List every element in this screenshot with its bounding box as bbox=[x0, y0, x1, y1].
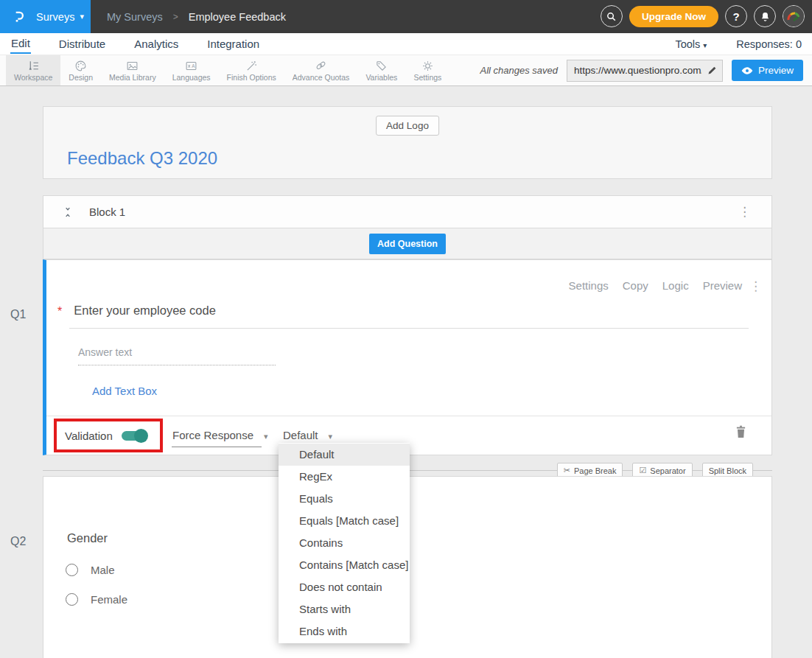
menu-item-does-not-contain[interactable]: Does not contain bbox=[279, 576, 410, 598]
question-text[interactable]: Enter your employee code bbox=[74, 304, 216, 318]
palette-icon bbox=[74, 60, 88, 72]
menu-item-equals[interactable]: Equals bbox=[279, 488, 410, 510]
trash-icon[interactable] bbox=[735, 425, 746, 438]
edit-pencil-icon[interactable] bbox=[707, 65, 718, 76]
question-preview-link[interactable]: Preview bbox=[703, 279, 742, 292]
validation-toggle[interactable] bbox=[122, 431, 146, 441]
collapse-block-icon[interactable] bbox=[63, 206, 73, 219]
menu-item-default[interactable]: Default bbox=[279, 444, 410, 466]
survey-editor-page: Surveys ▾ My Surveys > Employee Feedback… bbox=[0, 0, 812, 658]
question-underline bbox=[69, 328, 749, 329]
chevron-down-icon: ▾ bbox=[703, 41, 707, 49]
tab-bar-right: Tools ▾ Responses: 0 bbox=[675, 38, 802, 50]
chain-links-icon bbox=[314, 60, 328, 72]
tag-icon bbox=[374, 60, 388, 72]
avatar[interactable] bbox=[783, 5, 805, 27]
toggle-knob bbox=[134, 429, 148, 443]
image-icon bbox=[125, 60, 139, 72]
toolbar-item-variables[interactable]: Variables bbox=[357, 55, 405, 85]
preview-button[interactable]: Preview bbox=[732, 60, 803, 81]
validation-divider bbox=[46, 416, 771, 416]
save-status: All changes saved bbox=[480, 65, 558, 76]
question-text-row: * Enter your employee code bbox=[57, 304, 216, 318]
question-1-id-label: Q1 bbox=[10, 308, 26, 321]
workspace-icon bbox=[27, 60, 41, 72]
avatar-image bbox=[783, 6, 804, 27]
help-button[interactable]: ? bbox=[725, 5, 747, 27]
menu-item-contains-match-case[interactable]: Contains [Match case] bbox=[279, 554, 410, 576]
tab-integration[interactable]: Integration bbox=[206, 35, 260, 53]
gear-icon bbox=[421, 60, 435, 72]
question-2-id-label: Q2 bbox=[10, 535, 26, 548]
block-title[interactable]: Block 1 bbox=[89, 206, 125, 218]
toolbar-item-finish-options[interactable]: Finish Options bbox=[219, 55, 284, 85]
scissors-icon: ✂ bbox=[564, 466, 570, 475]
radio-option-male[interactable]: Male bbox=[66, 564, 115, 576]
magic-wand-icon bbox=[245, 60, 259, 72]
chevron-down-icon: ▾ bbox=[264, 432, 268, 441]
radio-icon bbox=[66, 593, 78, 606]
add-text-box-link[interactable]: Add Text Box bbox=[92, 385, 157, 397]
add-question-row: Add Question bbox=[43, 228, 772, 259]
question-settings-link[interactable]: Settings bbox=[569, 279, 609, 292]
svg-text:A: A bbox=[192, 63, 195, 69]
checkbox-icon: ☑ bbox=[639, 466, 646, 475]
responses-count[interactable]: Responses: 0 bbox=[736, 38, 802, 50]
breadcrumb: My Surveys > Employee Feedback bbox=[107, 0, 286, 33]
tab-analytics[interactable]: Analytics bbox=[133, 35, 179, 53]
chevron-down-icon: ▾ bbox=[80, 12, 84, 21]
menu-item-starts-with[interactable]: Starts with bbox=[279, 598, 410, 620]
upgrade-now-button[interactable]: Upgrade Now bbox=[629, 6, 718, 27]
tools-dropdown[interactable]: Tools ▾ bbox=[675, 38, 707, 50]
bell-icon bbox=[760, 11, 771, 22]
product-menu-label: Surveys bbox=[36, 11, 74, 23]
survey-url-wrap bbox=[567, 60, 723, 82]
question-text[interactable]: Gender bbox=[67, 531, 108, 545]
question-copy-link[interactable]: Copy bbox=[623, 279, 648, 292]
toolbar-right: All changes saved Preview bbox=[480, 55, 812, 85]
notifications-button[interactable] bbox=[754, 5, 776, 27]
question-kebab-menu-icon[interactable]: ⋮ bbox=[749, 279, 762, 294]
menu-item-ends-with[interactable]: Ends with bbox=[279, 620, 410, 643]
force-response-dropdown[interactable]: Force Response▾ bbox=[172, 429, 262, 447]
question-mark-icon: ? bbox=[732, 10, 739, 23]
breadcrumb-separator-icon: > bbox=[173, 12, 178, 22]
tab-edit[interactable]: Edit bbox=[10, 35, 31, 54]
search-button[interactable] bbox=[601, 5, 623, 27]
translate-icon: A bbox=[184, 60, 198, 72]
block-kebab-menu-icon[interactable]: ⋮ bbox=[738, 206, 751, 218]
survey-title[interactable]: Feedback Q3 2020 bbox=[67, 148, 217, 169]
top-header: Surveys ▾ My Surveys > Employee Feedback… bbox=[0, 0, 812, 33]
toolbar-item-workspace[interactable]: Workspace bbox=[6, 55, 60, 85]
questionpro-logo-icon bbox=[12, 9, 27, 25]
main-tab-bar: Edit Distribute Analytics Integration To… bbox=[0, 33, 812, 55]
tab-distribute[interactable]: Distribute bbox=[58, 35, 106, 53]
block-header: Block 1 ⋮ bbox=[43, 195, 772, 228]
menu-item-contains[interactable]: Contains bbox=[279, 532, 410, 554]
product-menu[interactable]: Surveys ▾ bbox=[0, 0, 91, 33]
question-logic-link[interactable]: Logic bbox=[662, 279, 689, 292]
add-question-button[interactable]: Add Question bbox=[369, 234, 446, 254]
toolbar-item-settings[interactable]: Settings bbox=[405, 55, 449, 85]
breadcrumb-parent[interactable]: My Surveys bbox=[107, 11, 163, 23]
validation-type-menu: Default RegEx Equals Equals [Match case]… bbox=[279, 443, 410, 643]
radio-option-female[interactable]: Female bbox=[66, 593, 127, 606]
question-1-card: Settings Copy Logic Preview ⋮ * Enter yo… bbox=[43, 259, 772, 455]
eye-icon bbox=[741, 66, 753, 75]
toolbar-item-design[interactable]: Design bbox=[60, 55, 101, 85]
editor-toolbar: Workspace Design Media Library A Languag… bbox=[0, 55, 812, 86]
header-actions: Upgrade Now ? bbox=[601, 5, 805, 27]
add-logo-button[interactable]: Add Logo bbox=[376, 116, 439, 136]
toolbar-item-advance-quotas[interactable]: Advance Quotas bbox=[284, 55, 358, 85]
menu-item-regex[interactable]: RegEx bbox=[279, 466, 410, 488]
survey-header-card: Add Logo Feedback Q3 2020 bbox=[43, 106, 772, 179]
breadcrumb-current: Employee Feedback bbox=[189, 11, 286, 23]
survey-url-input[interactable] bbox=[567, 60, 723, 82]
menu-item-equals-match-case[interactable]: Equals [Match case] bbox=[279, 510, 410, 532]
answer-text-field[interactable]: Answer text bbox=[78, 346, 276, 365]
required-asterisk: * bbox=[57, 305, 62, 318]
validation-highlight-box: Validation bbox=[54, 419, 163, 452]
chevron-down-icon: ▾ bbox=[329, 432, 333, 441]
toolbar-item-media-library[interactable]: Media Library bbox=[101, 55, 164, 85]
toolbar-item-languages[interactable]: A Languages bbox=[164, 55, 219, 85]
